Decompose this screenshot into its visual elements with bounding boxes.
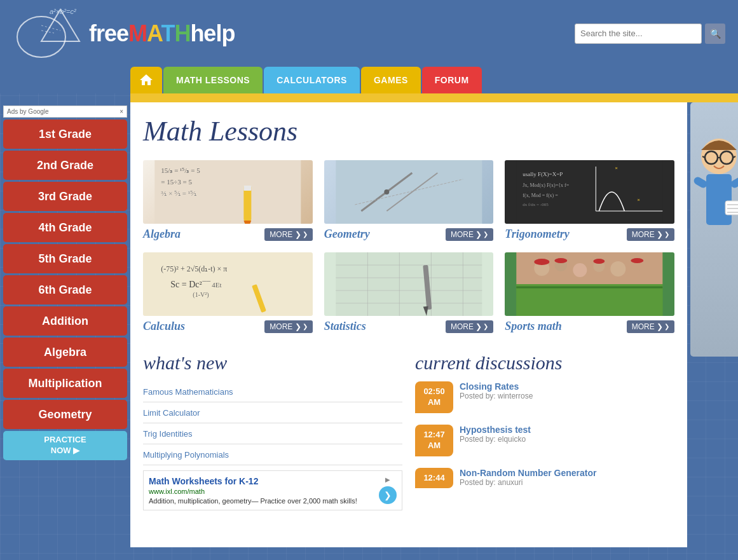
lesson-more-geometry[interactable]: MORE ❯ [446, 228, 493, 241]
nav-math-lessons[interactable]: MATH LESSONS [163, 67, 263, 93]
search-input[interactable] [575, 24, 702, 44]
svg-point-49 [611, 261, 626, 277]
svg-point-52 [555, 258, 568, 263]
sidebar-algebra[interactable]: Algebra [3, 338, 127, 367]
svg-point-54 [631, 258, 644, 263]
kid-image-placeholder [690, 102, 738, 357]
list-item: Trig Identities [143, 423, 402, 444]
ad-block: Math Worksheets for K-12 www.ixl.com/mat… [143, 470, 402, 510]
search-button[interactable]: 🔍 [705, 24, 725, 44]
discussions-section: current discussions 02:50AM Closing Rate… [415, 352, 674, 510]
sidebar-grade-3[interactable]: 3rd Grade [3, 182, 127, 211]
content-area: Math Lessons 15/₃ = ¹⁵/₃ = 5 = 15÷3 = 5 … [130, 102, 687, 547]
list-item: Famous Mathematicians [143, 381, 402, 402]
sidebar-grade-1[interactable]: 1st Grade [3, 120, 127, 149]
whats-new-link-4[interactable]: Multiplying Polynomials [143, 450, 229, 460]
logo-area: a²×b²=c² freeMATHhelp [13, 6, 235, 60]
sidebar-grade-5[interactable]: 5th Grade [3, 244, 127, 273]
search-area: 🔍 [575, 24, 725, 44]
svg-text:15/₃ = ¹⁵/₃ = 5: 15/₃ = ¹⁵/₃ = 5 [161, 167, 200, 174]
lesson-thumb-algebra: 15/₃ = ¹⁵/₃ = 5 = 15÷3 = 5 ³⁄₁ × ⁵⁄₁ = ¹… [143, 160, 313, 224]
main-layout: Ads by Google × 1st Grade 2nd Grade 3rd … [0, 102, 738, 547]
ad-arrow-btn[interactable]: ❯ [379, 486, 397, 504]
lesson-more-sports-math[interactable]: MORE ❯ [627, 320, 674, 333]
svg-text:usally F(X)=X=P: usally F(X)=X=P [523, 171, 563, 177]
svg-rect-32 [336, 252, 482, 316]
practice-now-btn[interactable]: PRACTICENOW ▶ [3, 431, 127, 460]
discussion-posted-2: Posted by: elquicko [460, 435, 531, 444]
lessons-title: Math Lessons [143, 115, 674, 147]
svg-point-0 [17, 17, 65, 57]
svg-text:Sc = Dc²: Sc = Dc² [170, 280, 202, 289]
discussion-title-1[interactable]: Closing Rates [460, 381, 533, 392]
discussion-item-2: 12:47AM Hyposthesis test Posted by: elqu… [415, 425, 674, 456]
ad-title[interactable]: Math Worksheets for K-12 [149, 476, 374, 486]
list-item: Multiplying Polynomials [143, 444, 402, 465]
whats-new-section: what's new Famous Mathematicians Limit C… [143, 352, 402, 510]
lesson-label-trig: Trigonometry [505, 228, 569, 241]
sidebar-grade-6[interactable]: 6th Grade [3, 275, 127, 304]
discussion-posted-1: Posted by: winterrose [460, 392, 533, 400]
lesson-thumb-statistics [324, 252, 494, 316]
discussion-title-2[interactable]: Hyposthesis test [460, 425, 531, 435]
sidebar-geometry[interactable]: Geometry [3, 400, 127, 429]
lesson-label-sports-math: Sports math [505, 320, 562, 333]
svg-rect-55 [517, 284, 663, 316]
svg-rect-66 [725, 201, 738, 215]
svg-rect-16 [517, 160, 663, 224]
svg-marker-9 [243, 221, 251, 224]
lesson-card-geometry: Geometry MORE ❯ [324, 160, 494, 241]
svg-text:4Et: 4Et [212, 281, 221, 289]
right-decoration [687, 102, 738, 547]
lesson-card-algebra: 15/₃ = ¹⁵/₃ = 5 = 15÷3 = 5 ³⁄₁ × ⁵⁄₁ = ¹… [143, 160, 313, 241]
svg-text:(-75)² + 2√5(d₁-t) × π: (-75)² + 2√5(d₁-t) × π [161, 264, 227, 273]
lesson-grid: 15/₃ = ¹⁵/₃ = 5 = 15÷3 = 5 ³⁄₁ × ⁵⁄₁ = ¹… [143, 160, 674, 333]
svg-text:dx f/dx = -005: dx f/dx = -005 [523, 202, 549, 207]
discussion-info-1: Closing Rates Posted by: winterrose [460, 381, 533, 413]
header: a²×b²=c² freeMATHhelp 🔍 [0, 0, 738, 67]
discussion-info-2: Hyposthesis test Posted by: elquicko [460, 425, 531, 456]
lesson-more-algebra[interactable]: MORE ❯ [264, 228, 312, 241]
nav-calculators[interactable]: CALCULATORS [264, 67, 360, 93]
svg-rect-8 [243, 186, 251, 221]
lesson-label-statistics: Statistics [324, 320, 366, 333]
discussion-time-2: 12:47AM [415, 425, 453, 456]
nav-games[interactable]: GAMES [361, 67, 421, 93]
ad-close[interactable]: × [120, 108, 123, 115]
sidebar-addition[interactable]: Addition [3, 306, 127, 336]
lesson-more-calculus[interactable]: MORE ❯ [264, 320, 312, 333]
sidebar: Ads by Google × 1st Grade 2nd Grade 3rd … [0, 102, 130, 547]
ad-description: Addition, multiplication, geometry— Prac… [149, 497, 374, 505]
sidebar-buttons: 1st Grade 2nd Grade 3rd Grade 4th Grade … [3, 120, 127, 460]
nav-home-btn[interactable] [130, 67, 162, 93]
lesson-thumb-calculus: (-75)² + 2√5(d₁-t) × π Sc = Dc² 4Et ── (… [143, 252, 313, 316]
svg-text:(1-V²): (1-V²) [193, 291, 208, 299]
lesson-more-statistics[interactable]: MORE ❯ [446, 320, 493, 333]
yellow-bar [130, 93, 738, 102]
discussion-time-1: 02:50AM [415, 381, 453, 413]
svg-point-47 [573, 263, 587, 277]
whats-new-link-3[interactable]: Trig Identities [143, 429, 193, 439]
svg-rect-64 [694, 175, 709, 189]
lesson-thumb-geometry [324, 160, 494, 224]
discussion-title-3[interactable]: Non-Random Number Generator [460, 468, 596, 478]
nav-forum[interactable]: FORUM [422, 67, 482, 93]
sidebar-grade-4[interactable]: 4th Grade [3, 213, 127, 242]
discussion-posted-3: Posted by: anuxuri [460, 478, 596, 487]
lesson-label-geometry: Geometry [324, 228, 370, 241]
whats-new-link-1[interactable]: Famous Mathematicians [143, 387, 233, 397]
ad-url: www.ixl.com/math [149, 488, 374, 495]
svg-rect-63 [706, 174, 732, 225]
lesson-more-trig[interactable]: MORE ❯ [627, 228, 674, 241]
logo-text: freeMATHhelp [89, 20, 235, 47]
sidebar-multiplication[interactable]: Multiplication [3, 369, 127, 398]
ad-text: Math Worksheets for K-12 www.ixl.com/mat… [149, 476, 374, 505]
discussion-info-3: Non-Random Number Generator Posted by: a… [460, 468, 596, 489]
lesson-label-algebra: Algebra [143, 228, 181, 241]
lesson-card-calculus: (-75)² + 2√5(d₁-t) × π Sc = Dc² 4Et ── (… [143, 252, 313, 333]
whats-new-link-2[interactable]: Limit Calculator [143, 408, 200, 418]
bottom-section: what's new Famous Mathematicians Limit C… [143, 352, 674, 510]
sidebar-grade-2[interactable]: 2nd Grade [3, 151, 127, 180]
svg-text:Jx, Mod(x) F(x)={x f=: Jx, Mod(x) F(x)={x f= [523, 182, 570, 188]
lesson-card-trigonometry: usally F(X)=X=P Jx, Mod(x) F(x)={x f= f(… [505, 160, 674, 241]
